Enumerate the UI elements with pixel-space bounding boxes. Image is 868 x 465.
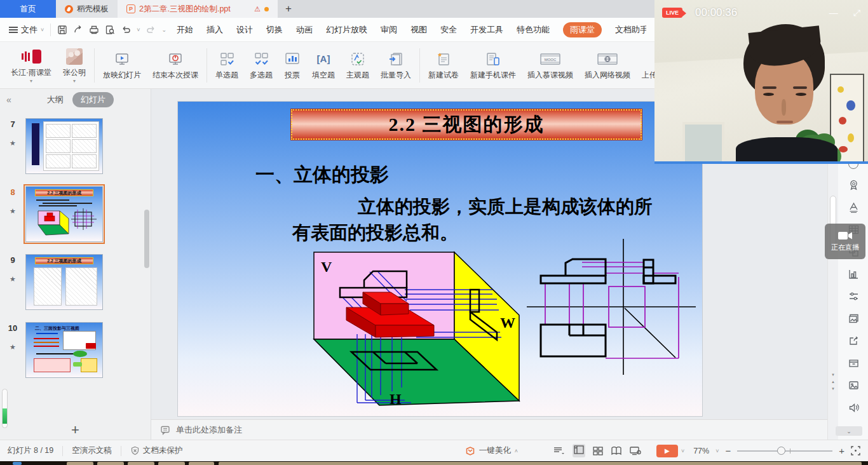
tab-home[interactable]: 首页	[0, 0, 56, 18]
insert-mooc-video-button[interactable]: MOOC 插入慕课视频	[522, 45, 579, 86]
menu-view[interactable]: 视图	[410, 24, 427, 36]
undo-dropdown-icon[interactable]: ˅	[137, 27, 140, 33]
file-menu[interactable]: 文件 ˅	[9, 24, 44, 36]
insert-web-video-button[interactable]: 插入网络视频	[579, 45, 636, 86]
play-slideshow-button[interactable]: 放映幻灯片	[97, 45, 147, 86]
new-exam-button[interactable]: 新建试卷	[423, 45, 465, 86]
single-choice-button[interactable]: 单选题	[210, 45, 244, 86]
zoom-level[interactable]: 77%	[693, 447, 709, 455]
zoom-slider[interactable]	[737, 450, 832, 452]
play-options-icon[interactable]: ˅	[681, 448, 684, 454]
print-icon[interactable]	[89, 25, 99, 35]
slide-canvas[interactable]: 2.2 三视图的形成 一、立体的投影 立体的投影，实质上是构成该体的所 有表面的…	[178, 102, 702, 416]
chart-tool-icon[interactable]	[848, 263, 860, 285]
menu-animation[interactable]: 动画	[296, 24, 313, 36]
slide-heading[interactable]: 一、立体的投影	[255, 162, 389, 188]
canvas-scrollbar-track[interactable]	[828, 164, 838, 440]
more-commands-icon[interactable]: ⌄	[162, 27, 167, 33]
tab-document[interactable]: P 2第二章.三视图的绘制.ppt ⚠	[118, 0, 278, 18]
tab-slides[interactable]: 幻灯片	[72, 92, 114, 107]
picture-tool-icon[interactable]	[848, 374, 860, 396]
menu-doc-assistant[interactable]: 文档助手	[615, 24, 646, 36]
menu-slideshow[interactable]: 幻灯片放映	[326, 24, 367, 36]
webcam-live-video[interactable]: LIVE 00:00:36 — ⤢	[654, 0, 868, 164]
menu-transition[interactable]: 切换	[266, 24, 283, 36]
brand-label: 长江·雨课堂	[11, 67, 51, 78]
menu-design[interactable]: 设计	[236, 24, 253, 36]
more-tools-button[interactable]: ⌄	[836, 426, 862, 436]
subjective-button[interactable]: 主观题	[341, 45, 375, 86]
slide-sorter-icon[interactable]	[593, 447, 603, 455]
reading-view-icon[interactable]	[611, 447, 622, 455]
tab-outline[interactable]: 大纲	[47, 94, 64, 105]
slide-title-banner[interactable]: 2.2 三视图的形成	[291, 109, 642, 140]
ppt-file-icon: P	[126, 4, 135, 13]
add-slide-button[interactable]: +	[0, 422, 151, 438]
save-icon[interactable]	[57, 25, 67, 35]
medal-tool-icon[interactable]	[848, 174, 860, 196]
menu-start[interactable]: 开始	[177, 24, 193, 36]
menu-security[interactable]: 安全	[440, 24, 457, 36]
tab-docer-label: 稻壳模板	[77, 4, 109, 15]
slide-thumbnail-9[interactable]: 9 ★ 2.2 三视图的形成	[0, 254, 151, 310]
share-tool-icon[interactable]	[848, 330, 860, 352]
slide-thumbnail-7[interactable]: 7 ★	[0, 118, 151, 174]
beautify-button[interactable]: 一键美化 ˄	[465, 445, 518, 456]
notes-layout-icon[interactable]	[553, 447, 565, 455]
properties-tool-icon[interactable]	[848, 285, 860, 307]
windows-taskbar-edge	[0, 461, 868, 465]
fit-to-window-icon[interactable]	[851, 446, 860, 455]
document-title: 2第二章.三视图的绘制.ppt	[139, 4, 250, 15]
user-avatar	[66, 48, 83, 65]
resource-box-tool-icon[interactable]	[848, 352, 860, 374]
notes-bar[interactable]: 单击此处添加备注	[151, 419, 827, 440]
projector-view-icon[interactable]	[630, 447, 641, 455]
divider	[62, 446, 63, 456]
audio-tool-icon[interactable]	[848, 396, 860, 419]
doc-name: 空演示文稿	[72, 445, 112, 456]
batch-import-button[interactable]: 批量导入	[375, 45, 417, 86]
expand-video-button[interactable]: ⤢	[853, 8, 860, 18]
zoom-slider-knob[interactable]	[777, 447, 785, 455]
status-bar: 幻灯片 8 / 19 空演示文稿 文档未保护 一键美化 ˄	[0, 440, 868, 461]
slide-thumbnail-10[interactable]: 10 ★ 二、三面投影与三视图	[0, 322, 151, 378]
label-v: V	[321, 259, 332, 275]
end-class-button[interactable]: 结束本次授课	[147, 45, 204, 86]
zoom-out-button[interactable]: −	[725, 445, 731, 456]
menu-rain-classroom[interactable]: 雨课堂	[563, 22, 602, 37]
slide-body-line1[interactable]: 立体的投影，实质上是构成该体的所	[358, 194, 653, 220]
slide-body-line2[interactable]: 有表面的投影总和。	[292, 220, 458, 246]
slide-thumbnail-8-selected[interactable]: 8 ★ 2.2 三视图的形成	[0, 186, 151, 242]
output-icon[interactable]	[73, 25, 83, 35]
slide-nav-arrows[interactable]: ▾▴▾	[830, 371, 836, 392]
menu-devtools[interactable]: 开发工具	[470, 24, 503, 36]
new-tab-button[interactable]: +	[278, 0, 299, 18]
print-preview-icon[interactable]	[105, 25, 115, 35]
collapse-panel-button[interactable]: «	[6, 95, 11, 105]
new-mobile-courseware-button[interactable]: 新建手机课件	[465, 45, 522, 86]
zoom-in-button[interactable]: +	[839, 445, 844, 456]
fill-blank-button[interactable]: [A] 填空题	[306, 45, 341, 86]
warning-icon[interactable]: ⚠	[254, 5, 261, 13]
undo-icon[interactable]	[121, 25, 131, 35]
play-from-current-button[interactable]: ▶	[656, 445, 678, 457]
tab-docer-templates[interactable]: 稻壳模板	[56, 0, 118, 18]
chevron-down-icon: ˅	[41, 27, 44, 33]
menu-review[interactable]: 审阅	[381, 24, 397, 36]
wordart-tool-icon[interactable]	[848, 196, 860, 219]
slide-number: 9	[0, 255, 25, 265]
thumbnail-scrollbar[interactable]	[144, 210, 149, 268]
redo-icon[interactable]	[146, 25, 156, 35]
gallery-tool-icon[interactable]	[848, 307, 860, 330]
minimize-video-button[interactable]: —	[829, 8, 838, 18]
brand-button[interactable]: 长江·雨课堂 ▾	[5, 45, 57, 86]
normal-view-button[interactable]	[573, 444, 585, 457]
menu-special-features[interactable]: 特色功能	[517, 24, 550, 36]
protection-status[interactable]: 文档未保护	[143, 445, 183, 456]
vote-button[interactable]: 投票	[278, 45, 306, 86]
menu-insert[interactable]: 插入	[207, 24, 223, 36]
three-view-diagram	[523, 234, 701, 382]
slide-number: 7	[0, 119, 25, 129]
user-button[interactable]: 张公明 ▾	[57, 45, 92, 86]
multi-choice-button[interactable]: 多选题	[244, 45, 278, 86]
